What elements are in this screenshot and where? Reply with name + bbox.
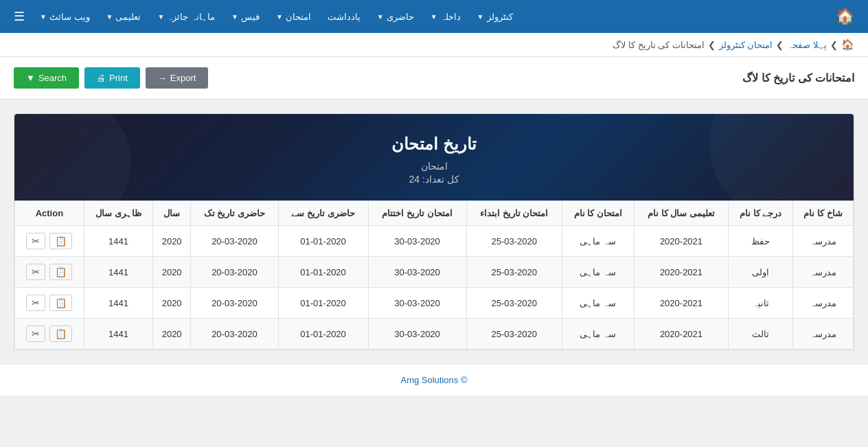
edit-button-0[interactable]: 📋: [49, 233, 72, 249]
table-row: مدرسہ ثالث 2020-2021 سہ ماہی 25-03-2020 …: [15, 319, 854, 349]
page-title: امتحانات کی تاریخ کا لاگ: [742, 71, 854, 84]
col-header-action: Action: [15, 201, 84, 226]
delete-button-3[interactable]: ✂: [26, 325, 45, 342]
search-button[interactable]: ▼ Search: [14, 67, 79, 89]
nav-item-notes-label: یادداشت: [328, 12, 361, 22]
cell-attendance-to-3: 20-03-2020: [191, 319, 278, 349]
cell-attendance-from-1: 01-01-2020: [278, 257, 368, 288]
table-row: مدرسہ اولی 2020-2021 سہ ماہی 25-03-2020 …: [15, 257, 854, 288]
cell-exam-start-3: 25-03-2020: [466, 319, 562, 349]
cell-exam-end-1: 30-03-2020: [368, 257, 466, 288]
dark-header: تاریخ امتحان امتحان کل تعداد: 24: [14, 114, 854, 200]
exam-dates-table: شاخ کا نام درجے کا نام تعلیمی سال کا نام…: [14, 200, 854, 349]
table-row: مدرسہ حفظ 2020-2021 سہ ماہی 25-03-2020 3…: [15, 226, 854, 257]
delete-button-2[interactable]: ✂: [26, 295, 45, 311]
toolbar: ▼ Search 🖨 Print → Export امتحانات کی تا…: [0, 57, 868, 100]
nav-item-attendance[interactable]: حاضری ▼: [369, 2, 422, 32]
exam-subtitle: امتحان: [28, 161, 840, 172]
dark-header-subinfo: امتحان کل تعداد: 24: [28, 161, 840, 185]
cell-display-year-0: 1441: [84, 226, 152, 257]
nav-item-website-label: ویب سائٹ: [49, 12, 90, 22]
breadcrumb: 🏠 ❯ پہلا صفحہ ❯ امتحان کنٹرولز ❯ امتحانا…: [0, 33, 868, 57]
edit-button-3[interactable]: 📋: [49, 325, 72, 342]
nav-item-notes[interactable]: یادداشت: [319, 2, 369, 32]
cell-exam-start-2: 25-03-2020: [466, 288, 562, 319]
cell-year-3: 2020: [153, 319, 191, 349]
delete-button-1[interactable]: ✂: [26, 264, 45, 280]
action-cell-2: 📋 ✂: [21, 295, 78, 311]
export-button[interactable]: → Export: [146, 67, 209, 89]
nav-item-website[interactable]: ویب سائٹ ▼: [32, 2, 98, 32]
cell-exam-end-3: 30-03-2020: [368, 319, 466, 349]
cell-display-year-2: 1441: [84, 288, 152, 319]
footer-text: Amg Solutions ©: [400, 375, 467, 385]
breadcrumb-separator-3: ❯: [708, 40, 716, 50]
cell-branch-2: مدرسہ: [793, 288, 854, 319]
cell-grade-1: اولی: [729, 257, 793, 288]
breadcrumb-home-icon[interactable]: 🏠: [841, 38, 854, 51]
nav-item-admission[interactable]: داخلہ ▼: [422, 2, 469, 32]
col-header-year: سال: [153, 201, 191, 226]
main-content: تاریخ امتحان امتحان کل تعداد: 24 شاخ کا …: [0, 100, 868, 364]
cell-action-2: 📋 ✂: [15, 288, 84, 319]
table-row: مدرسہ ثانیہ 2020-2021 سہ ماہی 25-03-2020…: [15, 288, 854, 319]
col-header-attendance-from: حاضری تاریخ سے: [278, 201, 368, 226]
edit-button-2[interactable]: 📋: [49, 295, 72, 311]
cell-action-1: 📋 ✂: [15, 257, 84, 288]
cell-display-year-1: 1441: [84, 257, 152, 288]
cell-action-3: 📋 ✂: [15, 319, 84, 349]
breadcrumb-separator-2: ❯: [776, 40, 784, 50]
action-cell-3: 📋 ✂: [21, 325, 78, 342]
cell-exam-start-0: 25-03-2020: [466, 226, 562, 257]
nav-attendance-arrow: ▼: [377, 13, 384, 21]
print-button[interactable]: 🖨 Print: [84, 67, 140, 89]
cell-exam-name-2: سہ ماہی: [562, 288, 634, 319]
nav-admission-arrow: ▼: [431, 13, 437, 21]
nav-website-arrow: ▼: [40, 13, 47, 21]
col-header-attendance-to: حاضری تاریخ تک: [191, 201, 278, 226]
col-header-grade: درجے کا نام: [729, 201, 793, 226]
cell-branch-1: مدرسہ: [793, 257, 854, 288]
print-label: Print: [109, 73, 128, 83]
nav-item-admission-label: داخلہ: [440, 12, 461, 22]
cell-grade-0: حفظ: [729, 226, 793, 257]
breadcrumb-separator-1: ❯: [830, 40, 838, 50]
cell-attendance-from-0: 01-01-2020: [278, 226, 368, 257]
export-label: Export: [170, 73, 196, 83]
cell-grade-3: ثالث: [729, 319, 793, 349]
nav-item-controls[interactable]: کنٹرولز ▼: [469, 2, 521, 32]
cell-branch-3: مدرسہ: [793, 319, 854, 349]
nav-fees-arrow: ▼: [231, 13, 238, 21]
nav-item-exam[interactable]: امتحان ▼: [268, 2, 319, 32]
cell-attendance-from-3: 01-01-2020: [278, 319, 368, 349]
nav-item-monthly[interactable]: ماہانہ جائزہ ▼: [149, 2, 223, 32]
cell-year-1: 2020: [153, 257, 191, 288]
col-header-display-year: ظاہری سال: [84, 201, 152, 226]
table-container: تاریخ امتحان امتحان کل تعداد: 24 شاخ کا …: [14, 113, 854, 350]
cell-exam-end-2: 30-03-2020: [368, 288, 466, 319]
col-header-branch: شاخ کا نام: [793, 201, 854, 226]
nav-item-attendance-label: حاضری: [387, 12, 414, 22]
cell-attendance-to-2: 20-03-2020: [191, 288, 278, 319]
action-cell-1: 📋 ✂: [21, 264, 78, 280]
edit-button-1[interactable]: 📋: [49, 264, 72, 280]
nav-item-fees[interactable]: فیس ▼: [223, 2, 268, 32]
filter-icon: ▼: [26, 73, 35, 83]
breadcrumb-home-link[interactable]: پہلا صفحہ: [787, 40, 827, 50]
cell-academic-year-3: 2020-2021: [634, 319, 729, 349]
nav-item-academic-label: تعلیمی: [115, 12, 141, 22]
cell-year-2: 2020: [153, 288, 191, 319]
nav-item-academic[interactable]: تعلیمی ▼: [98, 2, 150, 32]
hamburger-icon[interactable]: ☰: [7, 9, 32, 24]
cell-exam-name-1: سہ ماہی: [562, 257, 634, 288]
breadcrumb-current: امتحانات کی تاریخ کا لاگ: [613, 40, 704, 50]
delete-button-0[interactable]: ✂: [26, 233, 45, 249]
breadcrumb-controls-link[interactable]: امتحان کنٹرولز: [719, 40, 773, 50]
nav-item-monthly-label: ماہانہ جائزہ: [167, 12, 215, 22]
home-nav-icon[interactable]: 🏠: [829, 8, 861, 25]
cell-exam-name-3: سہ ماہی: [562, 319, 634, 349]
cell-academic-year-2: 2020-2021: [634, 288, 729, 319]
cell-exam-name-0: سہ ماہی: [562, 226, 634, 257]
exam-date-title: تاریخ امتحان: [28, 135, 840, 154]
cell-grade-2: ثانیہ: [729, 288, 793, 319]
